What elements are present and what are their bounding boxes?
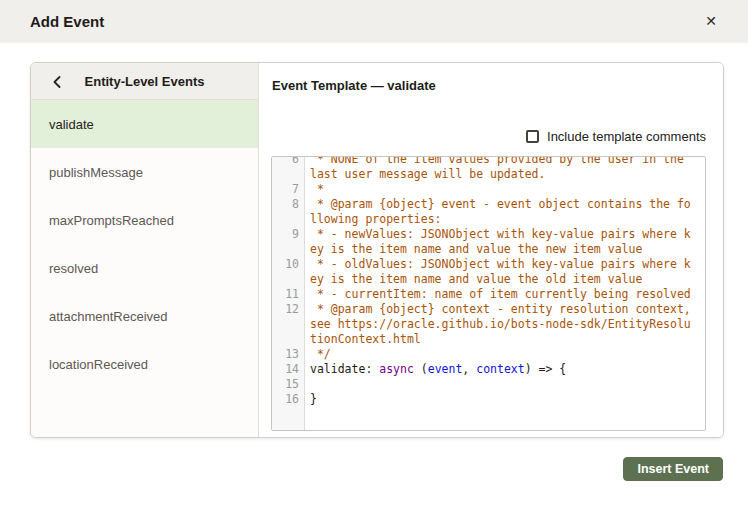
line-number: 14	[272, 362, 304, 377]
code-line: */	[305, 347, 705, 362]
close-button[interactable]: ✕	[702, 12, 720, 30]
line-number: 15	[272, 377, 304, 392]
line-number	[272, 332, 304, 347]
line-number: 16	[272, 392, 304, 407]
template-title: Event Template — validate	[272, 78, 436, 93]
code-line: * @param {object} event - event object c…	[305, 197, 705, 212]
line-number	[272, 272, 304, 287]
line-number	[272, 212, 304, 227]
dialog-title: Add Event	[0, 13, 104, 30]
sidebar-item-locationReceived[interactable]: locationReceived	[31, 340, 258, 388]
line-number-gutter: 678910111213141516	[272, 157, 305, 430]
code-line: ey is the item name and value the old it…	[305, 272, 705, 287]
line-number	[272, 317, 304, 332]
line-number: 8	[272, 197, 304, 212]
close-icon: ✕	[705, 13, 717, 29]
insert-event-button[interactable]: Insert Event	[623, 457, 723, 481]
line-number: 11	[272, 287, 304, 302]
sidebar-item-resolved[interactable]: resolved	[31, 244, 258, 292]
code-line: last user message will be updated.	[305, 167, 705, 182]
sidebar-header: Entity-Level Events	[31, 63, 258, 100]
sidebar-items: validatepublishMessagemaxPromptsReachedr…	[31, 100, 258, 388]
code-line: llowing properties:	[305, 212, 705, 227]
add-event-panel: Entity-Level Events validatepublishMessa…	[30, 62, 724, 438]
code-line	[305, 377, 705, 392]
dialog-header: Add Event ✕	[0, 0, 748, 43]
include-template-comments-checkbox[interactable]	[526, 130, 539, 143]
code-line: validate: async (event, context) => {	[305, 362, 705, 377]
code-line: * - oldValues: JSONObject with key-value…	[305, 257, 705, 272]
line-number	[272, 167, 304, 182]
back-button[interactable]	[45, 63, 69, 100]
line-number: 13	[272, 347, 304, 362]
include-comments-row: Include template comments	[526, 126, 706, 146]
line-number: 10	[272, 257, 304, 272]
chevron-left-icon	[53, 76, 61, 88]
code-area[interactable]: * NONE of the item values provided by th…	[305, 157, 705, 430]
line-number	[272, 242, 304, 257]
code-line: *	[305, 182, 705, 197]
code-line: * - currentItem: name of item currently …	[305, 287, 705, 302]
code-line: * NONE of the item values provided by th…	[305, 157, 705, 167]
line-number: 12	[272, 302, 304, 317]
code-line: }	[305, 392, 705, 407]
event-template-pane: Event Template — validate Include templa…	[259, 63, 723, 437]
line-number: 9	[272, 227, 304, 242]
line-number: 6	[272, 157, 304, 167]
sidebar-item-publishMessage[interactable]: publishMessage	[31, 148, 258, 196]
code-line: * @param {object} context - entity resol…	[305, 302, 705, 317]
code-editor[interactable]: 678910111213141516 * NONE of the item va…	[271, 156, 706, 431]
sidebar-item-maxPromptsReached[interactable]: maxPromptsReached	[31, 196, 258, 244]
sidebar-item-attachmentReceived[interactable]: attachmentReceived	[31, 292, 258, 340]
line-number: 7	[272, 182, 304, 197]
code-line: see https://oracle.github.io/bots-node-s…	[305, 317, 705, 332]
event-list-sidebar: Entity-Level Events validatepublishMessa…	[31, 63, 259, 437]
sidebar-item-validate[interactable]: validate	[31, 100, 258, 148]
code-line: tionContext.html	[305, 332, 705, 347]
code-line: * - newValues: JSONObject with key-value…	[305, 227, 705, 242]
include-template-comments-label[interactable]: Include template comments	[547, 129, 706, 144]
code-line: ey is the item name and value the new it…	[305, 242, 705, 257]
